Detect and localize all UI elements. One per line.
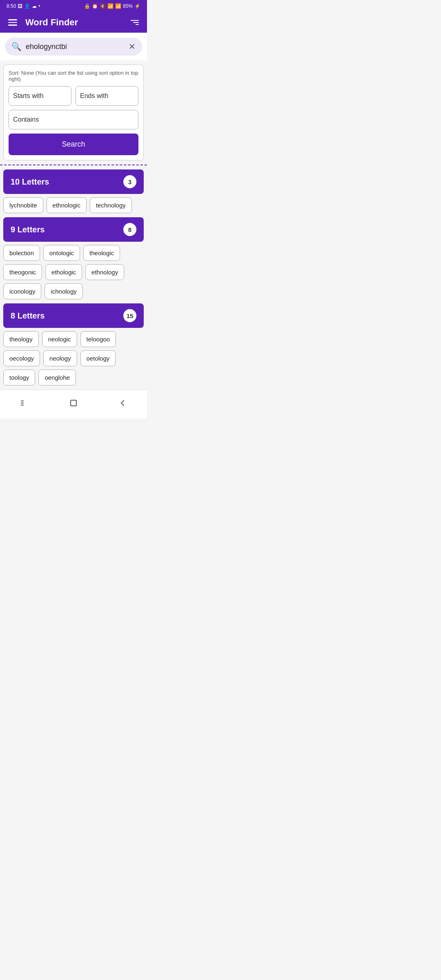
menu-button[interactable] — [7, 18, 19, 27]
nav-bar — [0, 390, 147, 419]
group-9-count: 8 — [123, 223, 136, 236]
word-chip[interactable]: neologic — [42, 331, 77, 347]
ends-with-button[interactable]: Ends with — [76, 86, 138, 106]
words-grid-9: bolection ontologic theologic theogonic … — [3, 245, 144, 299]
sort-button[interactable] — [129, 18, 140, 27]
status-right: 🔒 ⏰ 🔇 📶 📶 85% ⚡ — [84, 3, 140, 9]
sort-filter-icon — [131, 20, 139, 25]
cloud-icon: ☁ — [32, 3, 37, 9]
hamburger-icon — [8, 19, 17, 26]
letter-group-10: 10 Letters 3 — [3, 169, 144, 194]
group-8-count: 15 — [123, 309, 136, 322]
group-10-count: 3 — [123, 175, 136, 188]
filter-box: Sort: None (You can sort the list using … — [3, 65, 144, 160]
word-chip[interactable]: teloogoo — [80, 331, 116, 347]
word-chip[interactable]: neology — [43, 350, 77, 366]
nav-home-icon — [69, 398, 78, 408]
word-chip[interactable]: bolection — [3, 245, 40, 261]
nav-menu-button[interactable] — [16, 395, 33, 414]
word-chip[interactable]: ichnology — [45, 283, 82, 299]
word-chip[interactable]: lychnobite — [3, 197, 43, 213]
nav-back-button[interactable] — [114, 395, 131, 414]
nav-home-button[interactable] — [65, 395, 82, 414]
search-button[interactable]: Search — [9, 134, 138, 155]
time-display: 8:50 — [7, 3, 16, 9]
contains-button[interactable]: Contains — [9, 110, 138, 129]
group-10-title: 10 Letters — [11, 177, 49, 187]
charging-icon: ⚡ — [134, 3, 140, 9]
word-chip[interactable]: oenglohe — [38, 370, 76, 385]
letter-group-9: 9 Letters 8 — [3, 217, 144, 242]
word-chip[interactable]: toology — [3, 370, 35, 385]
clear-button[interactable]: ✕ — [129, 42, 136, 51]
word-chip[interactable]: technology — [90, 197, 132, 213]
filter-row-top: Starts with Ends with — [9, 86, 138, 106]
status-left: 8:50 🖼 👤 ☁ • — [7, 3, 40, 9]
word-chip[interactable]: ontologic — [43, 245, 80, 261]
results-section: 10 Letters 3 lychnobite ethnologic techn… — [0, 169, 147, 385]
svg-rect-3 — [71, 400, 76, 406]
svg-rect-2 — [21, 405, 24, 405]
search-input[interactable] — [26, 42, 125, 51]
battery-display: 85% — [123, 3, 133, 9]
search-section: 🔍 ✕ — [0, 33, 147, 60]
person-icon: 👤 — [24, 3, 30, 9]
word-chip[interactable]: theogonic — [3, 264, 42, 280]
letter-group-8: 8 Letters 15 — [3, 303, 144, 328]
sort-label: Sort: None (You can sort the list using … — [9, 70, 138, 82]
word-chip[interactable]: ethnology — [85, 264, 124, 280]
group-8-title: 8 Letters — [11, 311, 45, 321]
nav-back-icon — [118, 398, 127, 408]
nav-menu-icon — [20, 398, 29, 408]
words-grid-10: lychnobite ethnologic technology — [3, 197, 144, 213]
svg-rect-0 — [21, 401, 24, 401]
app-title: Word Finder — [25, 17, 129, 28]
group-9-title: 9 Letters — [11, 225, 45, 234]
status-bar: 8:50 🖼 👤 ☁ • 🔒 ⏰ 🔇 📶 📶 85% ⚡ — [0, 0, 147, 12]
word-chip[interactable]: ethologic — [45, 264, 82, 280]
word-chip[interactable]: ethnologic — [47, 197, 87, 213]
signal-icon: 📶 — [115, 3, 121, 9]
photo-icon: 🖼 — [18, 3, 22, 9]
section-divider — [0, 165, 147, 165]
alarm-icon: ⏰ — [92, 3, 98, 9]
search-magnifier-icon: 🔍 — [11, 42, 22, 51]
word-chip[interactable]: oetology — [80, 350, 116, 366]
mute-icon: 🔇 — [100, 3, 106, 9]
app-bar: Word Finder — [0, 12, 147, 33]
dot-icon: • — [38, 3, 40, 9]
svg-rect-1 — [21, 403, 24, 403]
word-chip[interactable]: theologic — [83, 245, 120, 261]
word-chip[interactable]: theology — [3, 331, 39, 347]
lock-icon: 🔒 — [84, 3, 90, 9]
word-chip[interactable]: iconology — [3, 283, 41, 299]
word-chip[interactable]: oecology — [3, 350, 40, 366]
wifi-icon: 📶 — [107, 3, 114, 9]
starts-with-button[interactable]: Starts with — [9, 86, 71, 106]
search-input-wrapper: 🔍 ✕ — [5, 38, 142, 56]
words-grid-8: theology neologic teloogoo oecology neol… — [3, 331, 144, 385]
